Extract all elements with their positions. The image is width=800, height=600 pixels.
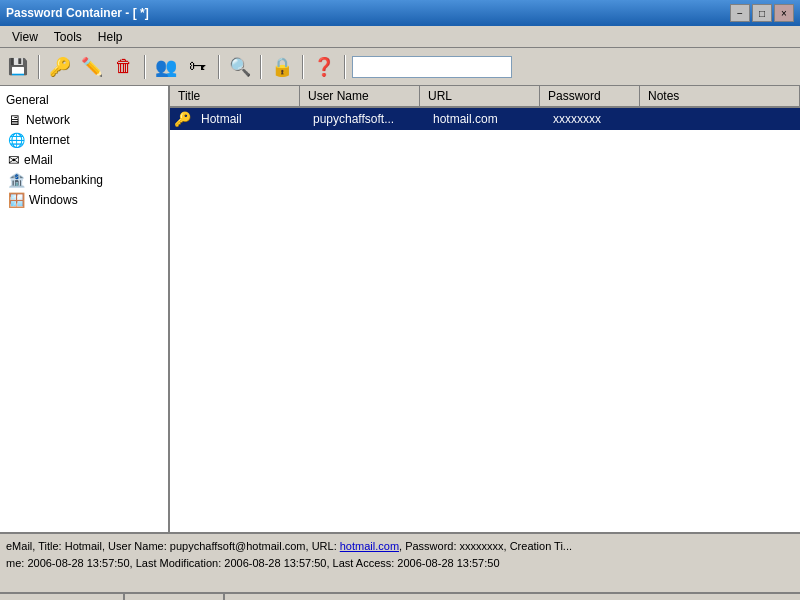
table-header: Title User Name URL Password Notes (170, 86, 800, 108)
cell-password: xxxxxxxx (545, 110, 645, 128)
status-ready: Ready. (225, 594, 282, 600)
delete-entry-button[interactable]: 🗑 (110, 53, 138, 81)
sidebar-item-network[interactable]: 🖥 Network (0, 110, 168, 130)
status-selected: 1 of 1 selected (125, 594, 225, 600)
cell-notes (645, 117, 800, 121)
detail-link[interactable]: hotmail.com (340, 540, 399, 552)
cell-title: Hotmail (193, 110, 305, 128)
menu-help[interactable]: Help (90, 28, 131, 46)
close-button[interactable]: × (774, 4, 794, 22)
toolbar-separator-4 (260, 55, 262, 79)
find-button[interactable]: 🔍 (226, 53, 254, 81)
maximize-button[interactable]: □ (752, 4, 772, 22)
sidebar-item-email[interactable]: ✉ eMail (0, 150, 168, 170)
minimize-button[interactable]: − (730, 4, 750, 22)
toolbar-separator-3 (218, 55, 220, 79)
search-input[interactable] (352, 56, 512, 78)
email-icon: ✉ (8, 152, 20, 168)
menu-bar: View Tools Help (0, 26, 800, 48)
sidebar-item-windows-label: Windows (29, 193, 78, 207)
network-icon: 🖥 (8, 112, 22, 128)
main-content: General 🖥 Network 🌐 Internet ✉ eMail 🏦 H… (0, 86, 800, 532)
table-body: 🔑 Hotmail pupychaffsoft... hotmail.com x… (170, 108, 800, 532)
sidebar-item-windows[interactable]: 🪟 Windows (0, 190, 168, 210)
status-groups: 1 groups / 1 entries (0, 594, 125, 600)
detail-panel: eMail, Title: Hotmail, User Name: pupych… (0, 532, 800, 592)
group-button[interactable]: 👥 (152, 53, 180, 81)
entry-key-icon: 🔑 (174, 111, 191, 127)
internet-icon: 🌐 (8, 132, 25, 148)
sidebar-item-network-label: Network (26, 113, 70, 127)
lock-button[interactable]: 🔒 (268, 53, 296, 81)
toolbar: 💾 🔑 ✏️ 🗑 👥 🗝 🔍 🔒 ❓ (0, 48, 800, 86)
toolbar-separator-6 (344, 55, 346, 79)
title-bar-text: Password Container - [ *] (6, 6, 149, 20)
sidebar-item-homebanking[interactable]: 🏦 Homebanking (0, 170, 168, 190)
menu-tools[interactable]: Tools (46, 28, 90, 46)
col-header-url[interactable]: URL (420, 86, 540, 106)
col-header-title[interactable]: Title (170, 86, 300, 106)
sidebar-item-internet[interactable]: 🌐 Internet (0, 130, 168, 150)
table-row[interactable]: 🔑 Hotmail pupychaffsoft... hotmail.com x… (170, 108, 800, 130)
windows-icon: 🪟 (8, 192, 25, 208)
save-button[interactable]: 💾 (4, 53, 32, 81)
help-button[interactable]: ❓ (310, 53, 338, 81)
detail-text-suffix: , Password: xxxxxxxx, Creation Ti... (399, 540, 572, 552)
sidebar-item-email-label: eMail (24, 153, 53, 167)
title-bar-controls: − □ × (730, 4, 794, 22)
col-header-username[interactable]: User Name (300, 86, 420, 106)
col-header-password[interactable]: Password (540, 86, 640, 106)
cell-username: pupychaffsoft... (305, 110, 425, 128)
title-bar: Password Container - [ *] − □ × (0, 0, 800, 26)
menu-view[interactable]: View (4, 28, 46, 46)
add-entry-button[interactable]: 🔑 (46, 53, 74, 81)
cell-url: hotmail.com (425, 110, 545, 128)
sidebar-group-general: General (0, 90, 168, 110)
sidebar-item-internet-label: Internet (29, 133, 70, 147)
homebanking-icon: 🏦 (8, 172, 25, 188)
toolbar-separator-1 (38, 55, 40, 79)
edit-entry-button[interactable]: ✏️ (78, 53, 106, 81)
toolbar-separator-2 (144, 55, 146, 79)
key-button[interactable]: 🗝 (184, 53, 212, 81)
sidebar-item-homebanking-label: Homebanking (29, 173, 103, 187)
detail-text-line2: me: 2006-08-28 13:57:50, Last Modificati… (6, 557, 500, 569)
sidebar: General 🖥 Network 🌐 Internet ✉ eMail 🏦 H… (0, 86, 170, 532)
toolbar-separator-5 (302, 55, 304, 79)
col-header-notes[interactable]: Notes (640, 86, 800, 106)
status-bar: 1 groups / 1 entries 1 of 1 selected Rea… (0, 592, 800, 600)
table-area: Title User Name URL Password Notes 🔑 Hot… (170, 86, 800, 532)
detail-text-prefix: eMail, Title: Hotmail, User Name: pupych… (6, 540, 340, 552)
